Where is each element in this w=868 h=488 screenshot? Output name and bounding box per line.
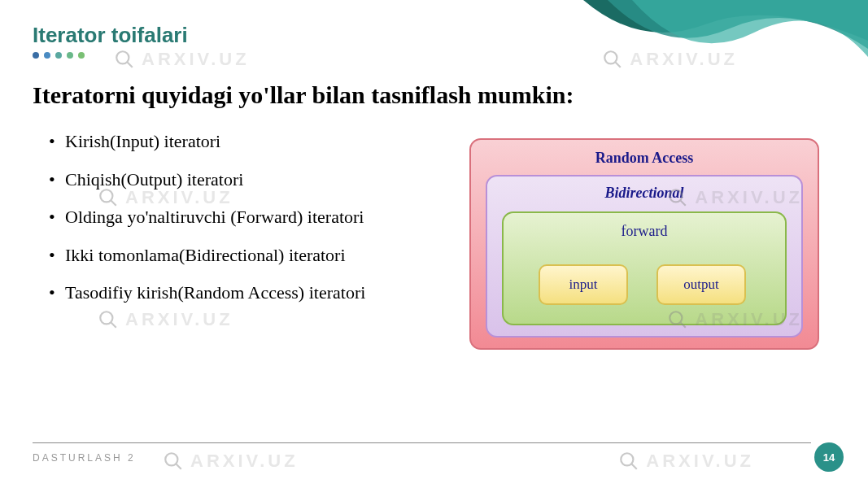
svg-line-9 xyxy=(111,322,116,328)
watermark: ARXIV.UZ xyxy=(602,49,738,70)
svg-point-6 xyxy=(670,190,683,202)
watermark: ARXIV.UZ xyxy=(618,451,754,472)
svg-line-13 xyxy=(176,464,181,469)
random-access-label: Random Access xyxy=(471,150,818,167)
watermark: ARXIV.UZ xyxy=(667,309,803,330)
bullet-list: Kirish(Input) iteratori Chiqish(Output) … xyxy=(49,130,390,320)
dot xyxy=(78,52,85,59)
bullet-item: Ikki tomonlama(Bidirectional) iteratori xyxy=(49,244,390,268)
bullet-item: Tasodifiy kirish(Random Access) iterator… xyxy=(49,281,390,305)
page-number: 14 xyxy=(823,451,835,464)
bullet-item: Kirish(Input) iteratori xyxy=(49,130,390,154)
svg-line-5 xyxy=(111,200,116,206)
dot xyxy=(67,52,73,59)
svg-line-15 xyxy=(632,464,638,469)
magnifier-icon xyxy=(163,451,184,472)
svg-line-7 xyxy=(681,200,687,206)
output-label: output xyxy=(683,277,718,293)
watermark: ARXIV.UZ xyxy=(163,451,299,472)
magnifier-icon xyxy=(667,309,688,330)
watermark: ARXIV.UZ xyxy=(98,187,233,208)
magnifier-icon xyxy=(98,187,119,208)
magnifier-icon xyxy=(114,49,135,70)
bullet-item: Oldinga yo'naltiruvchi (Forward) iterato… xyxy=(49,206,390,229)
svg-point-8 xyxy=(100,312,112,324)
watermark: ARXIV.UZ xyxy=(114,49,250,70)
svg-line-1 xyxy=(127,62,133,68)
footer-text: DASTURLASH 2 xyxy=(33,452,136,464)
decorative-dots xyxy=(33,52,85,59)
magnifier-icon xyxy=(602,49,623,70)
svg-line-11 xyxy=(681,322,687,328)
svg-line-3 xyxy=(616,62,622,68)
dot xyxy=(33,52,39,59)
watermark: ARXIV.UZ xyxy=(667,187,803,208)
svg-point-0 xyxy=(116,51,129,63)
slide-subtitle: Iteratorni quyidagi yo'llar bilan tasnif… xyxy=(33,81,574,109)
watermark: ARXIV.UZ xyxy=(98,309,233,330)
forward-label: forward xyxy=(504,223,785,240)
svg-point-14 xyxy=(622,453,634,465)
magnifier-icon xyxy=(667,187,688,208)
dot xyxy=(55,52,62,59)
dot xyxy=(44,52,50,59)
input-box: input xyxy=(539,264,628,305)
magnifier-icon xyxy=(98,309,119,330)
slide-title: Iterator toifalari xyxy=(33,23,188,48)
output-box: output xyxy=(656,264,746,305)
input-label: input xyxy=(569,277,598,293)
footer-divider xyxy=(33,442,811,443)
svg-point-2 xyxy=(605,51,617,63)
magnifier-icon xyxy=(618,451,639,472)
svg-point-10 xyxy=(670,312,683,324)
svg-point-4 xyxy=(100,190,112,202)
svg-point-12 xyxy=(165,453,177,465)
page-number-badge: 14 xyxy=(814,442,844,472)
